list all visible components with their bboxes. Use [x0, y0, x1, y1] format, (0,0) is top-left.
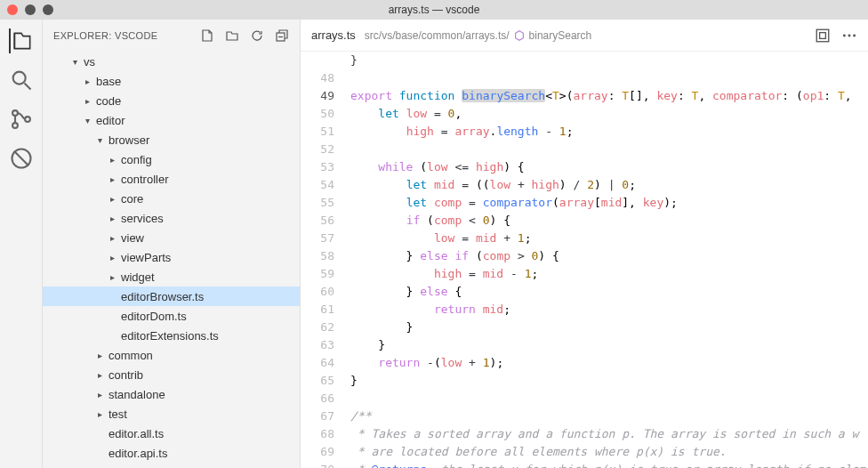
chevron-right-icon[interactable]: ▸ — [80, 96, 94, 106]
chevron-right-icon[interactable]: ▸ — [105, 174, 119, 184]
code-content[interactable]: return -(low + 1); — [350, 354, 868, 372]
folder-item[interactable]: ▸contrib — [43, 365, 300, 384]
folder-item[interactable]: ▸test — [43, 404, 300, 424]
more-actions-icon[interactable] — [841, 28, 857, 44]
code-line[interactable]: 66 — [301, 390, 868, 407]
chevron-right-icon[interactable]: ▸ — [92, 351, 107, 360]
file-item[interactable]: editorDom.ts — [43, 306, 300, 326]
new-file-icon[interactable] — [200, 28, 214, 43]
code-line[interactable]: 55 let comp = comparator(array[mid], key… — [301, 194, 868, 212]
folder-item[interactable]: ▸common — [43, 345, 300, 365]
code-content[interactable]: high = mid - 1; — [350, 265, 868, 283]
chevron-right-icon[interactable]: ▸ — [92, 370, 107, 380]
file-tree[interactable]: ▾vs▸base▸code▾editor▾browser▸config▸cont… — [43, 52, 300, 468]
code-content[interactable]: let mid = ((low + high) / 2) | 0; — [350, 176, 868, 194]
folder-item[interactable]: ▾browser — [43, 130, 300, 149]
breadcrumb-symbol[interactable]: binarySearch — [529, 29, 592, 42]
folder-item[interactable]: ▸core — [43, 189, 300, 208]
breadcrumb[interactable]: src/vs/base/common/arrays.ts/ binarySear… — [365, 29, 591, 42]
breadcrumb-path[interactable]: src/vs/base/common/arrays.ts/ — [365, 29, 510, 42]
code-content[interactable]: export function binarySearch<T>(array: T… — [350, 87, 868, 105]
code-content[interactable]: /** — [350, 407, 868, 425]
code-line[interactable]: 58 } else if (comp > 0) { — [301, 247, 868, 265]
folder-item[interactable]: ▸view — [43, 228, 300, 247]
code-content[interactable]: low = mid + 1; — [350, 230, 868, 247]
folder-item[interactable]: ▸widget — [43, 267, 300, 286]
file-item[interactable]: editorBrowser.ts — [43, 286, 300, 306]
code-content[interactable]: * Takes a sorted array and a function p.… — [350, 425, 868, 443]
refresh-icon[interactable] — [250, 28, 264, 43]
chevron-right-icon[interactable]: ▸ — [105, 214, 119, 223]
debug-icon[interactable] — [9, 146, 34, 171]
chevron-right-icon[interactable]: ▸ — [105, 272, 119, 282]
code-content[interactable]: } — [350, 372, 868, 390]
code-line[interactable]: 56 if (comp < 0) { — [301, 212, 868, 230]
chevron-right-icon[interactable]: ▸ — [105, 253, 119, 262]
editor-tab[interactable]: arrays.ts — [311, 28, 356, 42]
open-changes-icon[interactable] — [815, 28, 831, 44]
code-editor[interactable]: }48 49export function binarySearch<T>(ar… — [301, 52, 868, 468]
code-content[interactable]: if (comp < 0) { — [350, 212, 868, 230]
code-content[interactable]: let comp = comparator(array[mid], key); — [350, 194, 868, 212]
search-icon[interactable] — [9, 68, 34, 93]
code-content[interactable]: high = array.length - 1; — [350, 123, 868, 141]
code-content[interactable]: * are located before all elements where … — [350, 443, 868, 461]
code-line[interactable]: 64 return -(low + 1); — [301, 354, 868, 372]
code-line[interactable]: 50 let low = 0, — [301, 105, 868, 123]
code-line[interactable]: 63 } — [301, 336, 868, 354]
file-item[interactable]: editor.api.ts — [43, 443, 300, 463]
code-content[interactable]: while (low <= high) { — [350, 158, 868, 176]
code-content[interactable]: } else { — [350, 283, 868, 301]
code-content[interactable]: } else if (comp > 0) { — [350, 247, 868, 265]
new-folder-icon[interactable] — [225, 28, 239, 43]
minimize-window-button[interactable] — [25, 4, 36, 15]
folder-item[interactable]: ▾vs — [43, 52, 300, 71]
code-line[interactable]: } — [301, 52, 868, 69]
chevron-down-icon[interactable]: ▾ — [92, 135, 107, 145]
code-line[interactable]: 57 low = mid + 1; — [301, 230, 868, 247]
chevron-right-icon[interactable]: ▸ — [105, 155, 119, 165]
code-content[interactable] — [350, 390, 868, 407]
code-line[interactable]: 52 — [301, 141, 868, 158]
code-line[interactable]: 65} — [301, 372, 868, 390]
code-line[interactable]: 61 return mid; — [301, 301, 868, 319]
code-content[interactable]: let low = 0, — [350, 105, 868, 123]
code-content[interactable]: return mid; — [350, 301, 868, 319]
code-line[interactable]: 62 } — [301, 319, 868, 336]
chevron-right-icon[interactable]: ▸ — [92, 390, 107, 399]
folder-item[interactable]: ▸controller — [43, 169, 300, 189]
file-item[interactable]: editorExtensions.ts — [43, 326, 300, 345]
source-control-icon[interactable] — [9, 107, 34, 132]
code-line[interactable]: 60 } else { — [301, 283, 868, 301]
chevron-right-icon[interactable]: ▸ — [105, 194, 119, 204]
code-line[interactable]: 70 * @returns the least x for which p(x)… — [301, 461, 868, 468]
code-content[interactable] — [350, 69, 868, 87]
chevron-right-icon[interactable]: ▸ — [105, 233, 119, 243]
folder-item[interactable]: ▾editor — [43, 110, 300, 130]
file-item[interactable]: editor.all.ts — [43, 424, 300, 443]
folder-item[interactable]: ▸code — [43, 91, 300, 110]
code-line[interactable]: 53 while (low <= high) { — [301, 158, 868, 176]
code-line[interactable]: 51 high = array.length - 1; — [301, 123, 868, 141]
folder-item[interactable]: ▸config — [43, 149, 300, 169]
chevron-right-icon[interactable]: ▸ — [92, 409, 107, 419]
code-line[interactable]: 59 high = mid - 1; — [301, 265, 868, 283]
explorer-icon[interactable] — [9, 28, 34, 53]
chevron-down-icon[interactable]: ▾ — [68, 57, 82, 67]
code-line[interactable]: 68 * Takes a sorted array and a function… — [301, 425, 868, 443]
folder-item[interactable]: ▸base — [43, 71, 300, 91]
code-content[interactable]: } — [350, 52, 868, 69]
folder-item[interactable]: ▸standalone — [43, 384, 300, 404]
maximize-window-button[interactable] — [43, 4, 53, 15]
chevron-down-icon[interactable]: ▾ — [80, 116, 94, 125]
code-content[interactable]: } — [350, 319, 868, 336]
code-line[interactable]: 54 let mid = ((low + high) / 2) | 0; — [301, 176, 868, 194]
code-line[interactable]: 48 — [301, 69, 868, 87]
code-content[interactable]: } — [350, 336, 868, 354]
file-item[interactable]: editor.main.ts — [43, 463, 300, 468]
code-line[interactable]: 69 * are located before all elements whe… — [301, 443, 868, 461]
code-content[interactable]: * @returns the least x for which p(x) is… — [350, 461, 868, 468]
chevron-right-icon[interactable]: ▸ — [80, 77, 94, 86]
folder-item[interactable]: ▸viewParts — [43, 247, 300, 267]
code-content[interactable] — [350, 141, 868, 158]
